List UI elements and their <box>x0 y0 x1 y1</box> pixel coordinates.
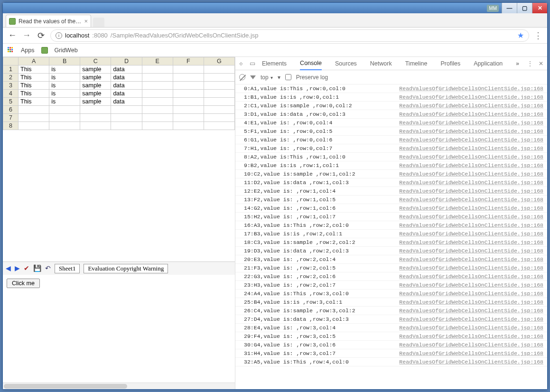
save-icon[interactable]: 💾 <box>33 264 41 272</box>
cell[interactable] <box>19 114 49 122</box>
cell[interactable] <box>142 82 173 90</box>
cell[interactable] <box>142 114 173 122</box>
address-field[interactable]: i localhost:8080/Sample/ReadValuesOfGrid… <box>50 29 529 42</box>
cell[interactable]: This <box>19 82 49 90</box>
row-header[interactable]: 6 <box>3 106 19 114</box>
cell[interactable] <box>173 114 204 122</box>
cell[interactable]: This <box>19 74 49 82</box>
console-source-link[interactable]: ReadValuesOfGridWebCellsOnClientSide.jsp… <box>399 325 543 331</box>
cell[interactable] <box>204 98 234 106</box>
col-header[interactable]: F <box>173 57 204 65</box>
row-header[interactable]: 5 <box>3 98 19 106</box>
browser-menu-icon[interactable]: ⋮ <box>534 30 542 41</box>
close-button[interactable]: ✕ <box>532 3 547 13</box>
cell[interactable] <box>204 106 234 114</box>
cell[interactable]: is <box>49 90 80 98</box>
cell[interactable] <box>204 82 234 90</box>
horizontal-scrollbar[interactable] <box>3 383 235 389</box>
cell[interactable] <box>142 90 173 98</box>
cell[interactable] <box>142 65 173 74</box>
cell[interactable]: sample <box>80 98 111 106</box>
minimize-button[interactable]: — <box>502 3 517 13</box>
devtools-tab-console[interactable]: Console <box>300 57 322 70</box>
undo-icon[interactable]: ↶ <box>45 264 51 272</box>
row-header[interactable]: 7 <box>3 114 19 122</box>
devtools-tab-timeline[interactable]: Timeline <box>405 57 428 70</box>
console-source-link[interactable]: ReadValuesOfGridWebCellsOnClientSide.jsp… <box>399 359 543 365</box>
cell[interactable] <box>142 106 173 114</box>
console-source-link[interactable]: ReadValuesOfGridWebCellsOnClientSide.jsp… <box>399 137 543 143</box>
cell[interactable] <box>111 114 142 122</box>
cell[interactable]: sample <box>80 74 111 82</box>
device-icon[interactable]: ▭ <box>250 60 255 67</box>
devtools-menu-icon[interactable]: ⋮ <box>527 60 533 67</box>
cell[interactable] <box>19 106 49 114</box>
row-header[interactable]: 2 <box>3 74 19 82</box>
cell[interactable]: data <box>111 65 142 74</box>
devtools-tab-application[interactable]: Application <box>474 57 503 70</box>
cell[interactable]: sample <box>80 90 111 98</box>
cell[interactable] <box>111 122 142 130</box>
new-tab-button[interactable] <box>93 18 104 27</box>
cell[interactable]: This <box>19 98 49 106</box>
eval-warning-tab[interactable]: Evaluation Copyright Warning <box>84 264 168 273</box>
console-source-link[interactable]: ReadValuesOfGridWebCellsOnClientSide.jsp… <box>399 171 543 177</box>
cell[interactable] <box>80 114 111 122</box>
cell[interactable]: This <box>19 65 49 74</box>
console-source-link[interactable]: ReadValuesOfGridWebCellsOnClientSide.jsp… <box>399 145 543 151</box>
cell[interactable] <box>142 98 173 106</box>
cell[interactable] <box>173 90 204 98</box>
reload-button[interactable]: ⟳ <box>36 30 46 41</box>
col-header[interactable]: B <box>49 57 80 65</box>
cell[interactable]: This <box>19 90 49 98</box>
col-header[interactable]: E <box>142 57 173 65</box>
cell[interactable] <box>49 106 80 114</box>
console-source-link[interactable]: ReadValuesOfGridWebCellsOnClientSide.jsp… <box>399 222 543 228</box>
cell[interactable] <box>173 65 204 74</box>
cell[interactable] <box>49 122 80 130</box>
console-source-link[interactable]: ReadValuesOfGridWebCellsOnClientSide.jsp… <box>399 111 543 117</box>
cell[interactable]: is <box>49 82 80 90</box>
cell[interactable] <box>19 122 49 130</box>
cell[interactable]: data <box>111 82 142 90</box>
cell[interactable] <box>80 122 111 130</box>
cell[interactable] <box>173 98 204 106</box>
console-source-link[interactable]: ReadValuesOfGridWebCellsOnClientSide.jsp… <box>399 342 543 348</box>
close-tab-icon[interactable]: × <box>84 18 88 25</box>
row-header[interactable]: 1 <box>3 65 19 74</box>
cell[interactable] <box>111 106 142 114</box>
filter-icon[interactable] <box>250 75 256 79</box>
cell[interactable] <box>142 122 173 130</box>
devtools-tab-sources[interactable]: Sources <box>335 57 357 70</box>
cell[interactable]: is <box>49 98 80 106</box>
console-source-link[interactable]: ReadValuesOfGridWebCellsOnClientSide.jsp… <box>399 214 543 220</box>
console-source-link[interactable]: ReadValuesOfGridWebCellsOnClientSide.jsp… <box>399 179 543 186</box>
cell[interactable] <box>173 122 204 130</box>
more-tabs-icon[interactable]: » <box>516 60 519 67</box>
cell[interactable] <box>49 114 80 122</box>
clear-console-icon[interactable] <box>239 74 245 80</box>
console-source-link[interactable]: ReadValuesOfGridWebCellsOnClientSide.jsp… <box>399 120 543 126</box>
cell[interactable]: is <box>49 74 80 82</box>
col-header[interactable]: C <box>80 57 111 65</box>
console-source-link[interactable]: ReadValuesOfGridWebCellsOnClientSide.jsp… <box>399 350 543 356</box>
console-source-link[interactable]: ReadValuesOfGridWebCellsOnClientSide.jsp… <box>399 94 543 100</box>
cell[interactable] <box>142 74 173 82</box>
console-source-link[interactable]: ReadValuesOfGridWebCellsOnClientSide.jsp… <box>399 162 543 168</box>
cell[interactable]: data <box>111 98 142 106</box>
gridweb-bookmark[interactable]: GridWeb <box>55 47 78 54</box>
cell[interactable] <box>80 106 111 114</box>
console-source-link[interactable]: ReadValuesOfGridWebCellsOnClientSide.jsp… <box>399 205 543 211</box>
devtools-tab-network[interactable]: Network <box>370 57 392 70</box>
cell[interactable] <box>204 74 234 82</box>
console-source-link[interactable]: ReadValuesOfGridWebCellsOnClientSide.jsp… <box>399 290 543 297</box>
console-source-link[interactable]: ReadValuesOfGridWebCellsOnClientSide.jsp… <box>399 248 543 254</box>
cell[interactable]: data <box>111 74 142 82</box>
row-header[interactable]: 4 <box>3 90 19 98</box>
cell[interactable] <box>204 122 234 130</box>
cell[interactable] <box>204 90 234 98</box>
row-header[interactable]: 3 <box>3 82 19 90</box>
context-dropdown[interactable]: top <box>261 74 273 81</box>
console-source-link[interactable]: ReadValuesOfGridWebCellsOnClientSide.jsp… <box>399 265 543 271</box>
console-source-link[interactable]: ReadValuesOfGridWebCellsOnClientSide.jsp… <box>399 308 543 314</box>
